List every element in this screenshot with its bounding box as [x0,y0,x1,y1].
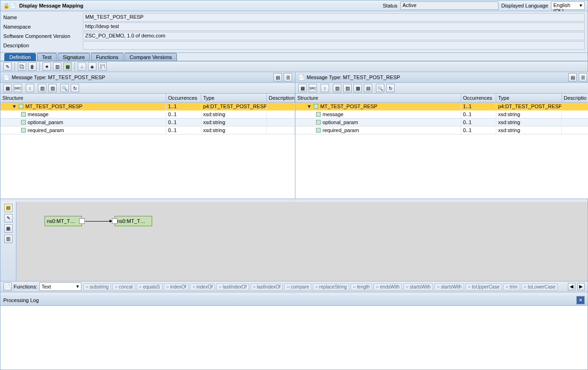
collapse-icon[interactable]: ▼ [12,104,17,109]
element-icon [21,120,26,125]
tab-functions[interactable]: Functions [91,53,124,61]
src-row-root[interactable]: ▼MT_TEST_POST_RESP1..1p4:DT_TEST_POST_RE… [0,103,295,111]
src-detail-button[interactable]: ☰ [284,73,292,81]
tgt-detail-button[interactable]: ☰ [579,73,587,81]
delete-button[interactable]: 🗑 [28,62,37,71]
maptool2-button[interactable]: ◈ [88,62,96,71]
col-occurrences[interactable]: Occurrences [461,94,496,102]
tgt-node[interactable]: ns0:MT_T… [115,216,152,226]
collapse-icon[interactable]: ▼ [307,104,312,109]
cv-tb-4[interactable]: ▥ [4,235,13,243]
tab-signature[interactable]: Signature [58,53,90,61]
tgt-row-root[interactable]: ▼MT_TEST_POST_RESP1..1p4:DT_TEST_POST_RE… [295,103,588,111]
functions-category-dropdown[interactable]: Text▾ [39,282,81,291]
fn-length[interactable]: ○ length [351,283,372,290]
map-arrow [85,221,113,222]
src-row[interactable]: message0..1xsd:string [0,111,295,118]
tgt-row[interactable]: optional_param0..1xsd:string [295,118,588,126]
fn-replaceString[interactable]: ○ replaceString [313,283,349,290]
fn-indexOf[interactable]: ○ indexOf [190,283,215,290]
src-tb-1[interactable]: ▦ [3,84,12,92]
col-type[interactable]: Type [201,94,267,102]
col-structure[interactable]: Structure [0,94,166,102]
edit-button[interactable]: ✎ [3,62,12,71]
src-node[interactable]: ns0:MT_T… [44,216,82,226]
tgt-row[interactable]: message0..1xsd:string [295,111,588,118]
fn-trim[interactable]: ○ trim [503,283,520,290]
mapping-canvas[interactable]: ns0:MT_T… ns0:MT_T… [16,202,588,281]
col-occurrences[interactable]: Occurrences [166,94,201,102]
fn-substring[interactable]: ○ substring [83,283,111,290]
processing-log-title: Processing Log [3,297,39,303]
col-structure[interactable]: Structure [295,94,461,102]
src-find-button[interactable]: 🔍 [60,84,69,92]
functions-label: Functions: [14,284,37,289]
tgt-tb-5[interactable]: ▨ [343,84,352,92]
fn-startsWith[interactable]: ○ startsWith [434,283,464,290]
col-description[interactable]: Description [267,94,295,102]
fn-lastIndexOf[interactable]: ○ lastIndexOf [250,283,283,290]
element-icon [316,112,321,117]
tgt-row[interactable]: required_param0..1xsd:string [295,126,588,134]
status-field: Active [400,1,499,10]
maptool3-button[interactable]: ⿸ [98,62,107,71]
cv-tb-2[interactable]: ✎ [4,214,13,222]
tgt-find-button[interactable]: 🔍 [376,84,384,92]
tgt-select-button[interactable]: ▤ [568,73,577,81]
tgt-tb-2[interactable]: SRC [309,84,317,92]
element-icon [316,128,321,133]
layout-button[interactable]: ▦ [63,62,72,71]
fn-equalsS[interactable]: ○ equalsS [137,283,162,290]
target-title: Message Type: MT_TEST_POST_RESP [307,74,400,80]
fn-compare[interactable]: ○ compare [284,283,311,290]
copy-button[interactable]: ⿻ [18,62,26,71]
tgt-refresh-button[interactable]: ↻ [386,84,395,92]
in-port[interactable] [112,218,118,224]
chevron-down-icon: ▾ [580,2,582,9]
fn-startsWith[interactable]: ○ startsWith [404,283,433,290]
page-title: Display Message Mapping [19,3,83,8]
src-tb-2[interactable]: SRC [14,84,22,92]
settings-button[interactable]: ✷ [43,62,51,71]
tab-test[interactable]: Test [37,53,57,61]
src-row[interactable]: optional_param0..1xsd:string [0,118,295,126]
col-type[interactable]: Type [496,94,562,102]
maptool1-button[interactable]: ⛬ [78,62,86,71]
fn-indexOf[interactable]: ○ indexOf [164,283,189,290]
tab-definition[interactable]: Definition [4,53,36,61]
tabstrip: Definition Test Signature Functions Comp… [0,53,588,61]
desc-label: Description [3,43,83,48]
fn-scroll-left[interactable]: ◀ [568,283,575,290]
fn-concat[interactable]: ○ concat [112,283,135,290]
out-port[interactable] [79,218,85,224]
src-select-button[interactable]: ▤ [273,73,282,81]
close-log-button[interactable]: ✕ [576,296,585,304]
src-tb-4[interactable]: ▧ [38,84,46,92]
fn-doc-button[interactable]: 📄 [3,282,12,291]
fn-endsWith[interactable]: ○ endsWith [374,283,402,290]
src-row[interactable]: required_param0..1xsd:string [0,126,295,134]
fn-lastIndexOf[interactable]: ○ lastIndexOf [216,283,249,290]
chevron-down-icon: ▾ [76,283,79,289]
status-label: Status [383,3,397,8]
fn-scroll-right[interactable]: ▶ [577,283,585,290]
scv-label: Software Component Version [3,33,83,39]
src-refresh-button[interactable]: ↻ [71,84,79,92]
cv-tb-1[interactable]: ▤ [4,204,13,212]
tgt-tb-7[interactable]: ▤ [364,84,372,92]
tgt-tb-3[interactable]: ↕ [321,84,329,92]
tgt-tb-6[interactable]: ▩ [353,84,362,92]
cv-tb-3[interactable]: ▦ [4,224,13,233]
language-dropdown[interactable]: English (OL)▾ [551,1,585,10]
element-icon [21,128,26,133]
src-tb-5[interactable]: ▨ [48,84,57,92]
tgt-tb-4[interactable]: ▧ [333,84,341,92]
fn-toUpperCase[interactable]: ○ toUpperCase [465,283,502,290]
src-tb-3[interactable]: ↕ [26,84,34,92]
element-icon [21,112,26,117]
export-button[interactable]: ▥ [53,62,61,71]
fn-toLowerCase[interactable]: ○ toLowerCase [522,283,558,290]
col-description[interactable]: Descriptio [562,94,588,102]
tgt-tb-1[interactable]: ▦ [298,84,307,92]
tab-compare[interactable]: Compare Versions [125,53,177,61]
